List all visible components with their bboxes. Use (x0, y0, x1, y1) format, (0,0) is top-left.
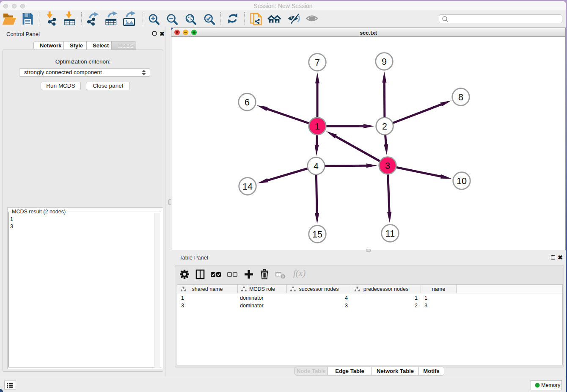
svg-text:4: 4 (314, 161, 319, 171)
svg-text:10: 10 (457, 176, 467, 186)
svg-text:9: 9 (382, 57, 387, 67)
svg-text:15: 15 (312, 229, 322, 240)
svg-text:8: 8 (458, 92, 463, 102)
svg-text:7: 7 (315, 58, 320, 68)
svg-text:1: 1 (315, 121, 320, 132)
svg-text:3: 3 (385, 161, 390, 171)
svg-text:6: 6 (245, 97, 250, 108)
svg-text:11: 11 (385, 229, 395, 239)
svg-text:2: 2 (382, 121, 387, 132)
svg-text:14: 14 (242, 182, 253, 192)
